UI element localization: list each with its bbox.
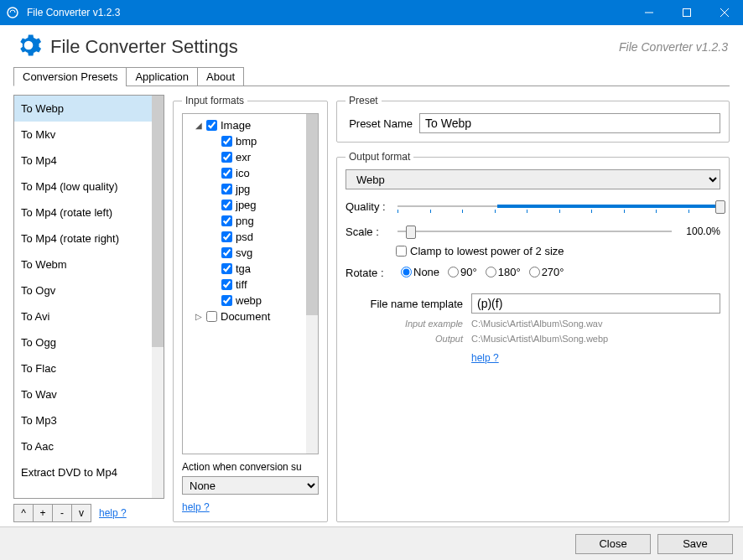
window-title: File Converter v1.2.3 <box>25 7 630 18</box>
item-checkbox[interactable] <box>221 231 232 242</box>
rotate-option[interactable]: 180° <box>486 266 521 278</box>
chevron-down-icon[interactable]: ◢ <box>195 121 203 130</box>
preset-list-scrollbar[interactable] <box>152 96 164 498</box>
input-help-link[interactable]: help ? <box>182 501 319 513</box>
tree-item-label: jpeg <box>236 199 257 211</box>
output-help-link[interactable]: help ? <box>471 352 499 364</box>
scale-slider[interactable] <box>397 223 672 240</box>
input-formats-tree[interactable]: ◢ Image bmp exr ico jpg jpeg png psd svg… <box>182 113 319 454</box>
minimize-button[interactable] <box>630 0 668 25</box>
preset-item[interactable]: To Mp3 <box>14 407 152 433</box>
move-down-button[interactable]: v <box>71 504 91 522</box>
preset-item[interactable]: To Mp4 (rotate right) <box>14 226 152 251</box>
preset-item[interactable]: To Webp <box>14 96 152 122</box>
preset-legend: Preset <box>346 95 382 106</box>
output-example-label: Output <box>346 334 463 344</box>
header: File Converter Settings File Converter v… <box>0 25 743 67</box>
preset-item[interactable]: To Wav <box>14 381 152 407</box>
tab-application[interactable]: Application <box>126 67 198 86</box>
item-checkbox[interactable] <box>221 152 232 163</box>
item-checkbox[interactable] <box>221 184 232 194</box>
preset-list-help-link[interactable]: help ? <box>99 507 127 519</box>
item-checkbox[interactable] <box>221 295 232 306</box>
item-checkbox[interactable] <box>221 136 232 147</box>
rotate-option[interactable]: 90° <box>448 266 477 278</box>
save-button[interactable]: Save <box>657 534 733 554</box>
preset-item[interactable]: To Ogv <box>14 277 152 303</box>
rotate-radio[interactable] <box>448 267 459 277</box>
tree-scrollbar[interactable] <box>306 114 318 454</box>
output-format-select[interactable]: Webp <box>346 169 720 189</box>
preset-item[interactable]: To Mp4 (low quality) <box>14 174 152 200</box>
add-preset-button[interactable]: + <box>33 504 53 522</box>
tree-item[interactable]: png <box>186 213 314 229</box>
preset-group: Preset Preset Name <box>336 95 730 143</box>
preset-item[interactable]: To Webm <box>14 251 152 277</box>
tree-item[interactable]: svg <box>186 245 314 261</box>
tree-item[interactable]: exr <box>186 149 314 165</box>
preset-item[interactable]: To Mkv <box>14 122 152 148</box>
preset-item[interactable]: Extract DVD to Mp4 <box>14 459 152 485</box>
quality-slider[interactable] <box>397 198 720 215</box>
tree-item[interactable]: jpeg <box>186 197 314 213</box>
input-formats-group: Input formats ◢ Image bmp exr ico jpg jp… <box>173 95 328 522</box>
preset-name-label: Preset Name <box>346 117 413 130</box>
close-button[interactable] <box>705 0 743 25</box>
titlebar: File Converter v1.2.3 <box>0 0 743 25</box>
tree-item-label: psd <box>236 231 253 243</box>
tab-conversion-presets[interactable]: Conversion Presets <box>13 67 127 86</box>
tree-group[interactable]: ◢ Image <box>186 117 314 133</box>
output-format-legend: Output format <box>346 151 413 163</box>
tab-about[interactable]: About <box>197 67 244 86</box>
group-checkbox[interactable] <box>206 311 217 322</box>
tree-item[interactable]: tga <box>186 261 314 277</box>
clamp-label: Clamp to lowest power of 2 size <box>410 245 564 257</box>
chevron-right-icon[interactable]: ▷ <box>195 312 203 321</box>
preset-item[interactable]: To Aac <box>14 433 152 459</box>
preset-list[interactable]: To WebpTo MkvTo Mp4To Mp4 (low quality)T… <box>13 95 164 499</box>
action-label: Action when conversion su <box>182 461 319 473</box>
template-input[interactable] <box>471 293 720 314</box>
tree-item[interactable]: ico <box>186 165 314 181</box>
tree-item[interactable]: webp <box>186 293 314 309</box>
preset-name-input[interactable] <box>419 113 720 133</box>
preset-item[interactable]: To Mp4 (rotate left) <box>14 200 152 226</box>
tree-item[interactable]: tiff <box>186 277 314 293</box>
item-checkbox[interactable] <box>221 247 232 258</box>
rotate-radio[interactable] <box>486 267 496 277</box>
preset-item[interactable]: To Avi <box>14 303 152 329</box>
rotate-option[interactable]: 270° <box>529 266 564 278</box>
tree-item[interactable]: bmp <box>186 133 314 149</box>
template-label: File name template <box>346 298 463 310</box>
tab-bar: Conversion PresetsApplicationAbout <box>0 67 743 86</box>
tree-item-label: tga <box>236 262 251 275</box>
preset-item[interactable]: To Ogg <box>14 329 152 355</box>
item-checkbox[interactable] <box>221 215 232 226</box>
close-dialog-button[interactable]: Close <box>575 534 651 554</box>
rotate-radio[interactable] <box>529 267 540 277</box>
preset-item[interactable]: To Mp4 <box>14 148 152 174</box>
item-checkbox[interactable] <box>221 279 232 290</box>
rotate-radio[interactable] <box>401 267 412 277</box>
tree-item[interactable]: jpg <box>186 181 314 197</box>
item-checkbox[interactable] <box>221 168 232 179</box>
tree-item[interactable]: psd <box>186 229 314 245</box>
maximize-button[interactable] <box>668 0 705 25</box>
tree-group[interactable]: ▷ Document <box>186 309 314 324</box>
app-icon <box>0 7 25 18</box>
clamp-checkbox[interactable] <box>396 246 407 257</box>
remove-preset-button[interactable]: - <box>52 504 72 522</box>
item-checkbox[interactable] <box>221 263 232 274</box>
move-up-button[interactable]: ^ <box>13 504 34 522</box>
tree-item-label: exr <box>236 151 251 163</box>
rotate-option[interactable]: None <box>401 266 439 278</box>
item-checkbox[interactable] <box>221 200 232 210</box>
action-select[interactable]: None <box>182 476 319 495</box>
group-checkbox[interactable] <box>206 120 217 131</box>
preset-item[interactable]: To Flac <box>14 355 152 381</box>
quality-label: Quality : <box>346 200 391 213</box>
scale-value: 100.0% <box>678 226 720 237</box>
tree-item-label: svg <box>236 246 252 259</box>
rotate-label: Rotate : <box>346 267 391 279</box>
svg-point-0 <box>8 8 18 18</box>
